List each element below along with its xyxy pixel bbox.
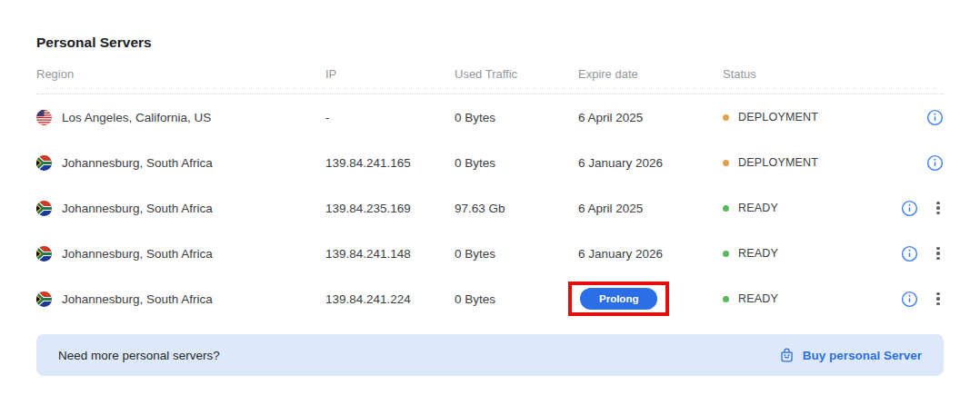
row-actions [862,200,944,217]
status-label: READY [738,202,778,214]
expire-cell: 6 January 2026 [578,247,723,261]
status-dot [723,251,729,257]
kebab-menu-icon[interactable] [933,247,944,261]
status-label: DEPLOYMENT [738,156,818,169]
status-dot [723,160,729,166]
region-cell: Johannesburg, South Africa [36,246,325,262]
region-cell: Johannesburg, South Africa [36,291,325,307]
region-cell: Los Angeles, California, US [36,110,325,125]
expire-cell: 6 April 2025 [578,202,723,215]
region-label: Johannesburg, South Africa [62,292,213,306]
used-traffic-value: 0 Bytes [455,111,578,124]
expire-cell: 6 April 2025 [578,111,723,124]
shopping-bag-icon [779,347,795,363]
status-cell: READY [723,202,862,214]
expire-date-value: 6 April 2025 [578,202,643,215]
region-label: Johannesburg, South Africa [62,156,213,170]
info-icon[interactable] [901,291,918,308]
status-dot [723,296,729,302]
used-traffic-value: 0 Bytes [455,247,578,261]
za-flag-icon [36,201,52,216]
status-dot [723,205,729,212]
kebab-menu-icon[interactable] [933,202,944,215]
info-icon[interactable] [901,245,918,262]
region-cell: Johannesburg, South Africa [36,155,325,171]
region-label: Los Angeles, California, US [62,111,211,124]
expire-cell: 6 January 2026 [578,156,723,170]
banner-question: Need more personal servers? [58,349,220,362]
row-actions [862,109,944,126]
column-header-ip: IP [325,67,455,81]
region-cell: Johannesburg, South Africa [36,201,325,216]
status-cell: DEPLOYMENT [723,156,862,169]
region-label: Johannesburg, South Africa [62,247,213,261]
status-label: READY [738,292,778,305]
ip-value: - [325,111,455,124]
row-actions [862,154,944,172]
column-header-status: Status [723,67,862,81]
status-dot [723,114,729,121]
table-row: Los Angeles, California, US - 0 Bytes 6 … [36,94,944,140]
page-title: Personal Servers [36,33,944,53]
za-flag-icon [36,291,52,307]
table-row: Johannesburg, South Africa 139.84.235.16… [36,185,944,231]
table-row: Johannesburg, South Africa 139.84.241.16… [36,140,944,185]
used-traffic-value: 0 Bytes [455,292,578,306]
row-actions [862,245,944,262]
column-header-used-traffic: Used Traffic [455,67,578,81]
column-header-expire-date: Expire date [578,67,723,81]
prolong-button[interactable]: Prolong [580,288,657,310]
table-body: Los Angeles, California, US - 0 Bytes 6 … [36,94,944,321]
buy-personal-server-button[interactable]: Buy personal Server [779,347,922,363]
ip-value: 139.84.241.224 [325,292,455,306]
expire-date-value: 6 January 2026 [578,156,663,170]
used-traffic-value: 0 Bytes [455,156,578,170]
row-actions [862,291,944,308]
expire-date-value: 6 January 2026 [578,247,663,261]
personal-servers-panel: Personal Servers Region IP Used Traffic … [0,33,980,376]
ip-value: 139.84.241.165 [325,156,455,170]
status-label: DEPLOYMENT [738,111,818,123]
table-row: Johannesburg, South Africa 139.84.241.14… [36,231,944,276]
expire-date-value: 6 April 2025 [578,111,643,124]
status-cell: DEPLOYMENT [723,111,862,123]
ip-value: 139.84.235.169 [325,202,455,215]
za-flag-icon [36,246,52,262]
status-cell: READY [723,247,862,260]
table-row: Johannesburg, South Africa 139.84.241.22… [36,276,944,321]
us-flag-icon [36,110,52,125]
kebab-menu-icon[interactable] [933,292,944,306]
buy-more-banner: Need more personal servers? Buy personal… [36,334,944,376]
region-label: Johannesburg, South Africa [62,202,213,215]
ip-value: 139.84.241.148 [325,247,455,261]
buy-personal-server-label: Buy personal Server [803,349,922,362]
info-icon[interactable] [926,154,944,172]
status-cell: READY [723,292,862,305]
used-traffic-value: 97.63 Gb [455,202,578,215]
status-label: READY [738,247,778,260]
info-icon[interactable] [901,200,918,217]
za-flag-icon [36,155,52,171]
expire-cell: Prolong [578,282,723,316]
column-header-region: Region [36,67,325,81]
annotation-highlight-box: Prolong [568,282,669,316]
info-icon[interactable] [926,109,944,126]
table-header: Region IP Used Traffic Expire date Statu… [36,67,944,94]
